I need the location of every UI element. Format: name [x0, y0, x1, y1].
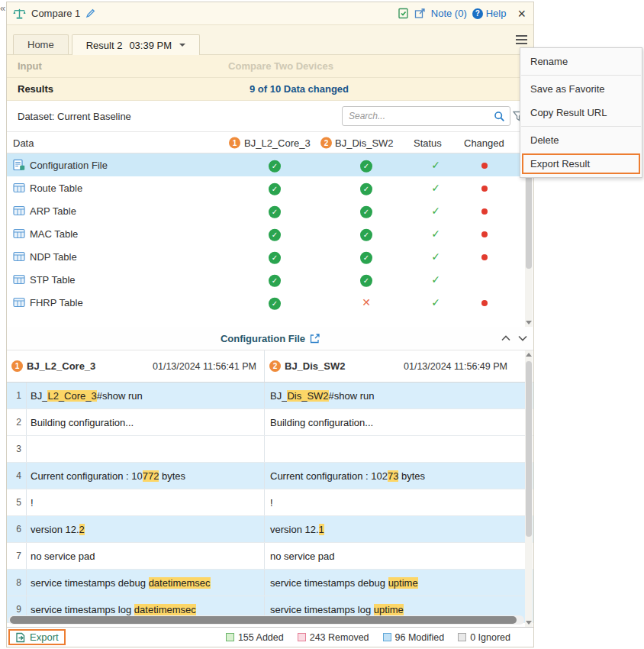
data-table-icon [13, 205, 25, 216]
chevron-down-icon[interactable] [518, 335, 527, 341]
data-table-icon [13, 274, 25, 285]
tab-result-2[interactable]: Result 2 03:39 PM [72, 34, 200, 55]
scroll-down-arrow[interactable] [526, 621, 532, 625]
device2-result-cell: ✓ [354, 158, 378, 173]
diff-highlight: 73 [388, 470, 398, 482]
close-icon[interactable]: × [517, 7, 526, 21]
diff-left-text: Building configuration... [27, 409, 264, 435]
search-box [342, 106, 510, 126]
line-number: 7 [7, 543, 27, 569]
collapse-panel-icon[interactable]: « [0, 2, 5, 14]
device2-result-cell: ✓ [354, 181, 378, 195]
search-input[interactable] [349, 111, 494, 121]
chevron-up-icon[interactable] [501, 335, 510, 341]
device1-name: BJ_L2_Core_3 [27, 360, 95, 372]
open-window-icon[interactable] [414, 8, 426, 19]
diff-right-text: no service pad [264, 543, 527, 569]
menu-item-copy-result-url[interactable]: Copy Result URL [520, 101, 642, 124]
diff-line-8: 8service timestamps debug datetime msecs… [7, 570, 533, 596]
diff-highlight: 1 [319, 524, 324, 535]
chevron-down-icon [179, 44, 185, 47]
horizontal-scrollbar[interactable] [8, 615, 524, 625]
data-table-icon [13, 251, 25, 262]
note-link[interactable]: Note (0) [431, 8, 467, 19]
data-row-label: Route Table [30, 182, 82, 194]
context-menu: RenameSave as FavoriteCopy Result URLDel… [520, 47, 642, 178]
menu-item-rename[interactable]: Rename [520, 50, 642, 73]
check-circle-icon: ✓ [269, 228, 281, 241]
diff-legend: 155 Added243 Removed96 Modified0 Ignored [226, 632, 510, 643]
legend-swatch [226, 633, 234, 641]
scrollbar-thumb[interactable] [526, 361, 532, 537]
export-button-label: Export [30, 631, 59, 643]
diff-right-text: Building configuration... [264, 409, 527, 435]
diff-left-text: service timestamps debug datetime msec [27, 570, 264, 596]
legend-label: 0 Ignored [470, 632, 510, 643]
line-number: 6 [7, 516, 27, 542]
results-section-label: Results [18, 83, 53, 95]
input-section-label: Input [18, 60, 42, 72]
changed-dot-icon [481, 231, 488, 237]
magnifier-icon[interactable] [494, 111, 505, 122]
detail-panel-title: Configuration File [221, 333, 305, 344]
legend-swatch [383, 633, 391, 641]
data-row-label: MAC Table [30, 228, 78, 240]
diff-line-2: 2Building configuration...Building confi… [7, 409, 533, 436]
column-header-changed: Changed [464, 137, 504, 148]
legend-swatch [298, 633, 306, 641]
edit-icon[interactable] [85, 8, 95, 18]
data-table-icon [13, 297, 25, 308]
diff-right-text: service timestamps debug uptime [264, 570, 527, 596]
diff-highlight: msec [187, 577, 211, 589]
device1-result-cell: ✓ [262, 158, 287, 173]
help-link[interactable]: ? Help [472, 8, 507, 19]
table-row-arp-table[interactable]: ARP Table✓✓✓ [7, 199, 533, 222]
clipboard-check-icon[interactable] [398, 8, 409, 19]
table-row-mac-table[interactable]: MAC Table✓✓✓ [7, 222, 533, 245]
config-file-icon [13, 160, 25, 171]
external-link-icon[interactable] [310, 334, 320, 344]
table-row-stp-table[interactable]: STP Table✓✓✓ [7, 268, 533, 291]
status-check-icon: ✓ [423, 228, 448, 240]
dataset-row: Dataset: Current Baseline [7, 101, 533, 132]
menu-item-export-result[interactable]: Export Result [522, 153, 640, 174]
table-row-ndp-table[interactable]: NDP Table✓✓✓ [7, 245, 533, 268]
line-number: 2 [7, 409, 27, 435]
check-circle-icon: ✓ [269, 297, 281, 309]
results-section-header[interactable]: Results 9 of 10 Data changed [7, 78, 533, 101]
check-circle-icon: ✓ [360, 251, 372, 263]
diff-vertical-scrollbar[interactable] [525, 350, 533, 627]
x-icon: ✕ [362, 296, 371, 308]
status-check-icon: ✓ [423, 182, 448, 194]
line-number: 8 [7, 570, 27, 596]
scroll-down-arrow[interactable] [526, 321, 532, 324]
changed-cell [472, 250, 497, 263]
menu-item-save-as-favorite[interactable]: Save as Favorite [520, 77, 642, 101]
scrollbar-thumb[interactable] [10, 616, 517, 624]
tab-home[interactable]: Home [13, 34, 69, 54]
status-check-icon: ✓ [423, 250, 448, 263]
input-section-header[interactable]: Input Compare Two Devices [7, 55, 533, 78]
check-circle-icon: ✓ [269, 251, 281, 263]
footer-bar: Export 155 Added243 Removed96 Modified0 … [7, 627, 533, 647]
table-row-route-table[interactable]: Route Table✓✓✓ [7, 176, 533, 199]
diff-line-3: 3 [7, 436, 533, 463]
data-table-icon [13, 182, 25, 193]
diff-highlight: L2_Core_3 [47, 390, 96, 402]
device1-number-badge: 1 [11, 360, 23, 372]
table-row-fhrp-table[interactable]: FHRP Table✓✕✓ [7, 291, 533, 314]
check-circle-icon: ✓ [269, 205, 281, 218]
hamburger-menu-icon[interactable] [515, 34, 528, 46]
scroll-up-arrow[interactable] [526, 353, 532, 357]
changed-cell [472, 158, 497, 172]
diff-right-text: version 12.1 [264, 516, 527, 542]
export-button[interactable]: Export [8, 629, 66, 645]
device2-number-badge: 2 [320, 137, 332, 148]
device1-result-cell: ✓ [262, 295, 287, 310]
device2-result-cell: ✕ [354, 295, 378, 309]
menu-item-delete[interactable]: Delete [520, 128, 642, 152]
table-row-configuration-file[interactable]: Configuration File✓✓✓ [7, 153, 533, 176]
check-circle-icon: ✓ [269, 274, 281, 286]
changed-dot-icon [481, 300, 488, 306]
results-changed-count: 9 of 10 Data changed [36, 83, 562, 95]
